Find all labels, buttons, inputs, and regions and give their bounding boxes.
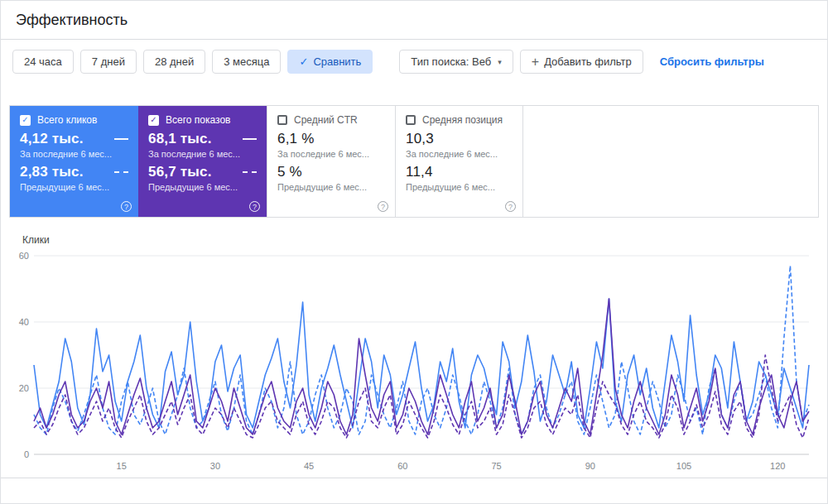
clicks-chart[interactable]: 0204060153045607590105120 <box>11 249 817 474</box>
value-row: 11,4 <box>406 164 513 180</box>
value-row: 5 % <box>277 164 385 180</box>
card-total-clicks[interactable]: ✓ Всего кликов 4,12 тыс. За последние 6 … <box>10 106 138 217</box>
value-row: 4,12 тыс. <box>20 131 128 147</box>
check-icon: ✓ <box>22 116 28 124</box>
svg-text:120: 120 <box>770 461 785 471</box>
metric-sub-previous: Предыдущие 6 мес... <box>148 182 257 192</box>
svg-text:15: 15 <box>117 461 127 471</box>
performance-page: Эффективность 24 часа 7 дней 28 дней 3 м… <box>0 0 828 504</box>
svg-text:0: 0 <box>24 449 29 459</box>
value-row: 56,7 тыс. <box>148 164 257 180</box>
metric-sub-current: За последние 6 мес... <box>148 149 257 159</box>
value-row: 2,83 тыс. <box>20 164 128 180</box>
chart-ylabel: Клики <box>22 234 817 246</box>
card-label: Всего показов <box>166 114 230 126</box>
metric-value-previous: 11,4 <box>406 164 433 180</box>
search-type-label: Тип поиска: Веб <box>411 55 491 68</box>
filter-toolbar: 24 часа 7 дней 28 дней 3 месяца ✓ Сравни… <box>1 39 827 74</box>
metric-cards-panel: ✓ Всего кликов 4,12 тыс. За последние 6 … <box>9 105 819 218</box>
search-type-dropdown[interactable]: Тип поиска: Веб ▾ <box>399 50 513 74</box>
metric-value-current: 6,1 % <box>277 131 314 147</box>
plus-icon: + <box>532 55 539 70</box>
card-head: Средняя позиция <box>406 114 513 126</box>
value-row: 6,1 % <box>277 131 385 147</box>
card-average-ctr[interactable]: Средний CTR 6,1 % За последние 6 мес... … <box>267 106 395 217</box>
chevron-down-icon: ▾ <box>498 58 502 66</box>
card-label: Средний CTR <box>294 114 358 126</box>
chart-section: Клики 0204060153045607590105120 <box>1 218 827 474</box>
svg-text:90: 90 <box>585 461 595 471</box>
card-total-impressions[interactable]: ✓ Всего показов 68,1 тыс. За последние 6… <box>138 106 267 217</box>
svg-text:60: 60 <box>397 461 407 471</box>
help-icon[interactable]: ? <box>505 201 516 212</box>
check-icon: ✓ <box>299 55 308 68</box>
metric-sub-current: За последние 6 мес... <box>406 149 513 159</box>
solid-line-icon <box>114 138 128 140</box>
svg-text:60: 60 <box>19 251 29 261</box>
metric-value-previous: 56,7 тыс. <box>148 164 212 180</box>
metric-value-current: 10,3 <box>406 131 434 147</box>
metric-value-previous: 2,83 тыс. <box>20 164 84 180</box>
checkbox-average-ctr[interactable] <box>277 115 287 125</box>
date-range-3m-button[interactable]: 3 месяца <box>212 50 281 74</box>
svg-text:105: 105 <box>676 461 691 471</box>
card-head: ✓ Всего кликов <box>20 114 128 126</box>
check-icon: ✓ <box>150 116 156 124</box>
date-range-28d-button[interactable]: 28 дней <box>143 50 205 74</box>
card-head: ✓ Всего показов <box>148 114 257 126</box>
metric-sub-previous: Предыдущие 6 мес... <box>406 182 513 192</box>
reset-filters-link[interactable]: Сбросить фильтры <box>660 55 764 68</box>
metric-value-current: 4,12 тыс. <box>20 131 84 147</box>
svg-text:45: 45 <box>304 461 314 471</box>
value-row: 68,1 тыс. <box>148 131 257 147</box>
dashed-line-icon <box>114 171 128 173</box>
metric-sub-current: За последние 6 мес... <box>20 149 128 159</box>
svg-text:75: 75 <box>491 461 501 471</box>
help-icon[interactable]: ? <box>121 201 132 212</box>
page-header: Эффективность <box>1 1 827 39</box>
solid-line-icon <box>243 138 257 140</box>
card-average-position[interactable]: Средняя позиция 10,3 За последние 6 мес.… <box>395 106 523 217</box>
metric-value-current: 68,1 тыс. <box>148 131 212 147</box>
section-divider <box>1 478 827 491</box>
date-range-group: 24 часа 7 дней 28 дней 3 месяца ✓ Сравни… <box>12 50 373 74</box>
svg-text:40: 40 <box>19 317 29 327</box>
checkbox-average-position[interactable] <box>406 115 416 125</box>
add-filter-button[interactable]: + Добавить фильтр <box>520 50 643 74</box>
svg-text:30: 30 <box>210 461 220 471</box>
card-label: Средняя позиция <box>422 114 503 126</box>
checkbox-total-clicks[interactable]: ✓ <box>20 115 31 126</box>
date-range-7d-button[interactable]: 7 дней <box>80 50 137 74</box>
date-range-24h-button[interactable]: 24 часа <box>12 50 74 74</box>
compare-label: Сравнить <box>313 55 361 68</box>
add-filter-label: Добавить фильтр <box>544 55 632 68</box>
metric-value-previous: 5 % <box>277 164 302 180</box>
help-icon[interactable]: ? <box>249 201 260 212</box>
compare-button[interactable]: ✓ Сравнить <box>287 50 373 74</box>
card-label: Всего кликов <box>37 114 97 126</box>
help-icon[interactable]: ? <box>378 201 388 212</box>
value-row: 10,3 <box>406 131 513 147</box>
card-head: Средний CTR <box>277 114 385 126</box>
dashed-line-icon <box>243 171 257 173</box>
svg-text:20: 20 <box>19 383 29 393</box>
metric-sub-previous: Предыдущие 6 мес... <box>277 182 385 192</box>
metric-sub-current: За последние 6 мес... <box>277 149 385 159</box>
page-title: Эффективность <box>16 12 812 29</box>
checkbox-total-impressions[interactable]: ✓ <box>148 115 159 126</box>
metric-sub-previous: Предыдущие 6 мес... <box>20 182 128 192</box>
